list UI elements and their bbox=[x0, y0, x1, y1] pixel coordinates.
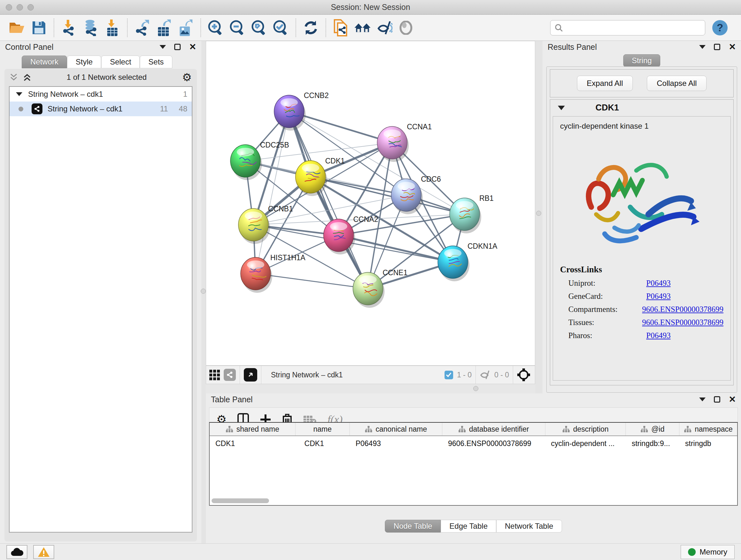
column-header-canonical-name[interactable]: canonical name bbox=[350, 423, 442, 435]
toolbar-separator bbox=[295, 18, 296, 37]
network-node-cdkn1a[interactable]: CDKN1A bbox=[438, 242, 497, 281]
hide-graphics-details-icon[interactable] bbox=[376, 19, 393, 37]
toolbar-separator bbox=[127, 18, 128, 37]
collapse-section-icon[interactable] bbox=[558, 105, 565, 111]
horizontal-scrollbar[interactable] bbox=[212, 498, 269, 503]
node-label-rb1: RB1 bbox=[479, 194, 494, 202]
import-table-file-icon[interactable] bbox=[104, 19, 121, 37]
zoom-fit-icon[interactable] bbox=[251, 19, 268, 37]
home-networks-icon[interactable] bbox=[354, 19, 371, 37]
network-node-rb1[interactable]: RB1 bbox=[450, 194, 494, 233]
expand-all-icon[interactable] bbox=[23, 73, 31, 82]
panel-menu-icon[interactable] bbox=[699, 45, 705, 49]
hierarchy-icon bbox=[641, 426, 648, 433]
panel-menu-icon[interactable] bbox=[699, 397, 705, 401]
node-count: 11 bbox=[160, 105, 168, 113]
search-input[interactable] bbox=[550, 20, 705, 36]
gene-card: cyclin-dependent kinase 1 bbox=[553, 116, 731, 381]
collapse-all-button[interactable]: Collapse All bbox=[647, 76, 706, 91]
network-edge-ccnb2-hist1h1a[interactable] bbox=[256, 111, 289, 273]
table-row[interactable]: CDK1 CDK1 P06493 9606.ENSP00000378699 cy… bbox=[210, 436, 737, 451]
zoom-selected-icon[interactable] bbox=[272, 19, 289, 37]
results-panel-title: Results Panel bbox=[548, 43, 597, 52]
network-thumbnail-icon[interactable] bbox=[224, 369, 236, 381]
panel-float-icon[interactable] bbox=[174, 44, 181, 50]
collapse-all-icon[interactable] bbox=[10, 73, 18, 82]
network-node-cdk1[interactable]: CDK1 bbox=[295, 157, 345, 196]
column-header-name[interactable]: name bbox=[295, 423, 350, 435]
left-splitter[interactable] bbox=[201, 41, 206, 543]
column-header-namespace[interactable]: namespace bbox=[679, 423, 737, 435]
tab-node-table[interactable]: Node Table bbox=[385, 520, 441, 533]
gear-icon[interactable]: ⚙ bbox=[182, 72, 192, 83]
birdseye-view-icon[interactable] bbox=[517, 368, 530, 381]
network-edge-ccna2-cdkn1a[interactable] bbox=[339, 235, 453, 262]
column-header-shared-name[interactable]: shared name bbox=[210, 423, 295, 435]
export-network-icon[interactable] bbox=[134, 19, 151, 37]
network-node-ccne1[interactable]: CCNE1 bbox=[353, 268, 408, 308]
panel-close-icon[interactable]: ✕ bbox=[729, 395, 736, 404]
show-graphics-details-icon[interactable] bbox=[397, 19, 414, 37]
import-network-database-icon[interactable] bbox=[82, 19, 99, 37]
collection-expand-icon[interactable] bbox=[16, 91, 22, 97]
cloud-status-button[interactable] bbox=[6, 545, 27, 559]
crosslink-row: Pharos: P06493 bbox=[560, 331, 724, 340]
network-node-ccna1[interactable]: CCNA1 bbox=[377, 123, 432, 162]
network-row-selected[interactable]: String Network – cdk1 11 48 bbox=[10, 102, 192, 116]
crosslink-pharos-link[interactable]: P06493 bbox=[646, 331, 670, 340]
selected-checkbox-icon[interactable] bbox=[445, 371, 453, 379]
warnings-button[interactable] bbox=[33, 545, 54, 559]
zoom-in-icon[interactable] bbox=[207, 19, 224, 37]
network-edge-ccnb2-ccne1[interactable] bbox=[289, 111, 368, 289]
column-header-database-identifier[interactable]: database identifier bbox=[442, 423, 545, 435]
network-node-hist1h1a[interactable]: HIST1H1A bbox=[241, 253, 306, 293]
export-image-icon[interactable] bbox=[177, 19, 194, 37]
refresh-icon[interactable] bbox=[302, 19, 320, 37]
gene-section-header[interactable]: CDK1 bbox=[550, 100, 733, 116]
bottom-splitter[interactable] bbox=[206, 384, 535, 393]
network-edge-hist1h1a-ccne1[interactable] bbox=[256, 273, 368, 289]
help-icon[interactable]: ? bbox=[712, 20, 728, 36]
clone-network-icon[interactable] bbox=[332, 19, 349, 37]
column-header-id[interactable]: @id bbox=[626, 423, 679, 435]
right-splitter[interactable] bbox=[535, 41, 542, 393]
network-collection-row[interactable]: String Network – cdk1 1 bbox=[10, 87, 192, 102]
memory-button[interactable]: Memory bbox=[681, 545, 735, 559]
network-node-ccna2[interactable]: CCNA2 bbox=[324, 215, 378, 254]
export-table-icon[interactable] bbox=[155, 19, 173, 37]
tab-style[interactable]: Style bbox=[67, 56, 101, 68]
panel-float-icon[interactable] bbox=[714, 396, 720, 402]
network-canvas[interactable]: CCNB2CCNA1CDC25BCDK1CDC6RB1CCNB1CCNA2CDK… bbox=[206, 41, 535, 366]
crosslink-uniprot-link[interactable]: P06493 bbox=[646, 279, 670, 288]
tab-select[interactable]: Select bbox=[101, 56, 140, 68]
panel-menu-icon[interactable] bbox=[159, 45, 166, 49]
panel-close-icon[interactable]: ✕ bbox=[729, 43, 736, 51]
crosslink-compartments-link[interactable]: 9606.ENSP00000378699 bbox=[642, 305, 724, 314]
crosslinks-title: CrossLinks bbox=[560, 265, 724, 274]
network-node-cdc25b[interactable]: CDC25B bbox=[230, 141, 289, 180]
column-header-description[interactable]: description bbox=[545, 423, 626, 435]
network-edge-cdk1-rb1[interactable] bbox=[311, 177, 465, 214]
tab-string[interactable]: String bbox=[623, 54, 661, 67]
open-file-icon[interactable] bbox=[9, 19, 26, 37]
grid-view-icon[interactable] bbox=[209, 370, 220, 380]
hierarchy-icon bbox=[365, 426, 373, 433]
crosslink-genecard-link[interactable]: P06493 bbox=[646, 292, 670, 301]
save-session-icon[interactable] bbox=[30, 19, 48, 37]
tab-network-table[interactable]: Network Table bbox=[496, 520, 562, 533]
expand-all-button[interactable]: Expand All bbox=[577, 76, 633, 91]
zoom-out-icon[interactable] bbox=[229, 19, 246, 37]
panel-close-icon[interactable]: ✕ bbox=[189, 43, 196, 51]
tab-edge-table[interactable]: Edge Table bbox=[441, 520, 496, 533]
control-panel-header: Control Panel ✕ bbox=[0, 41, 201, 53]
node-label-cdc25b: CDC25B bbox=[260, 141, 289, 149]
panel-float-icon[interactable] bbox=[714, 44, 720, 50]
network-node-cdc6[interactable]: CDC6 bbox=[391, 175, 441, 214]
tab-sets[interactable]: Sets bbox=[140, 56, 172, 68]
crosslink-tissues-link[interactable]: 9606.ENSP00000378699 bbox=[642, 318, 724, 327]
detach-view-icon[interactable] bbox=[244, 368, 257, 381]
tab-network[interactable]: Network bbox=[22, 56, 67, 68]
import-network-file-icon[interactable] bbox=[60, 19, 77, 37]
network-node-ccnb2[interactable]: CCNB2 bbox=[274, 91, 329, 131]
network-node-ccnb1[interactable]: CCNB1 bbox=[239, 205, 293, 244]
